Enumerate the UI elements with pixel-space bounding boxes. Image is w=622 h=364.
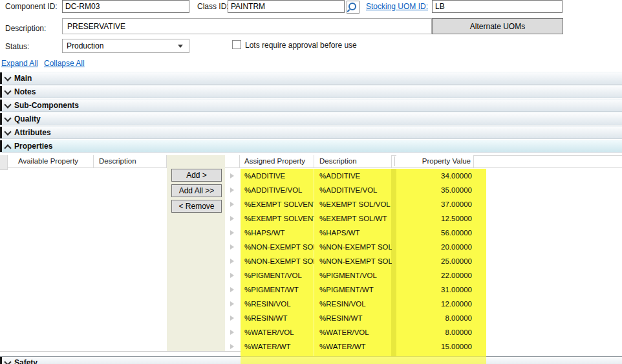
chevron-down-icon — [4, 128, 11, 135]
search-icon — [349, 3, 356, 10]
row-indicator-icon — [225, 187, 239, 193]
row-indicator-icon — [225, 244, 239, 250]
row-indicator-icon — [225, 230, 239, 235]
assigned-row[interactable]: %WATER/VOL %WATER/VOL 8.00000 — [225, 325, 486, 339]
status-label: Status: — [5, 42, 29, 51]
row-indicator-icon — [225, 273, 239, 278]
class-id-search-button[interactable] — [347, 1, 359, 14]
section-properties[interactable]: Properties — [0, 140, 622, 153]
assigned-property-header[interactable]: Assigned Property — [239, 155, 314, 167]
row-indicator-icon — [225, 216, 239, 221]
expand-all-link[interactable]: Expand All — [1, 59, 38, 68]
chevron-down-icon — [178, 45, 183, 48]
section-sub-components[interactable]: Sub-Components — [0, 99, 622, 112]
chevron-down-icon — [4, 87, 11, 94]
assigned-row[interactable]: %EXEMPT SOLVENT/ %EXEMPT SOL/WT 12.50000 — [225, 211, 486, 226]
chevron-down-icon — [4, 74, 11, 81]
property-value-header[interactable]: Property Value — [396, 155, 474, 167]
description-label: Description: — [5, 24, 46, 33]
row-indicator-icon — [225, 259, 239, 264]
assigned-row[interactable]: %RESIN/WT %RESIN/WT 8.00000 — [225, 311, 486, 325]
class-id-label: Class ID: — [197, 2, 229, 11]
class-id-input[interactable] — [228, 0, 345, 13]
column-splitter[interactable] — [394, 156, 395, 166]
assigned-row[interactable]: %NON-EXEMPT SOLV %NON-EXEMPT SOLV 20.000… — [225, 240, 486, 254]
section-main[interactable]: Main — [0, 72, 622, 85]
grid-header-border — [0, 167, 622, 168]
lots-approval-checkbox[interactable] — [232, 40, 241, 49]
assigned-row[interactable]: %HAPS/WT %HAPS/WT 56.00000 — [225, 226, 486, 240]
available-grid-corner — [0, 155, 8, 170]
stocking-uom-input[interactable] — [432, 0, 563, 13]
collapse-all-link[interactable]: Collapse All — [44, 59, 85, 68]
item-master-properties-screen: Component ID: Class ID: Stocking UOM ID:… — [0, 0, 622, 364]
assigned-row[interactable]: %PIGMENT/WT %PIGMENT/WT 31.00000 — [225, 283, 486, 297]
available-property-header[interactable]: Available Property — [8, 155, 94, 167]
assigned-row[interactable]: %NON-EXEMPT SOLV %NON-EXEMPT SOLV 25.000… — [225, 254, 486, 268]
component-id-label: Component ID: — [5, 2, 58, 11]
status-dropdown[interactable]: Production — [62, 39, 189, 53]
grid-bottom-border — [0, 351, 241, 352]
section-notes[interactable]: Notes — [0, 85, 622, 98]
chevron-down-icon — [4, 114, 11, 122]
row-indicator-icon — [225, 287, 239, 292]
assigned-row[interactable]: %ADDITIVE/VOL %ADDITIVE/VOL 35.00000 — [225, 183, 486, 197]
row-indicator-icon — [225, 330, 239, 335]
row-indicator-icon — [225, 316, 239, 321]
row-indicator-icon — [225, 202, 239, 207]
assigned-row[interactable]: %WATER/WT %WATER/WT 15.00000 — [225, 339, 486, 354]
available-description-header[interactable]: Description — [94, 155, 167, 167]
add-button[interactable]: Add > — [171, 169, 222, 182]
chevron-down-icon — [4, 101, 11, 108]
highlight-overflow — [241, 356, 486, 364]
assigned-row[interactable]: %RESIN/VOL %RESIN/VOL 12.00000 — [225, 297, 486, 311]
assigned-grid-indicator-header — [225, 155, 239, 167]
stocking-uom-link[interactable]: Stocking UOM ID: — [366, 2, 428, 11]
assigned-description-header[interactable]: Description — [314, 155, 392, 167]
component-id-input[interactable] — [62, 0, 189, 13]
lots-approval-label: Lots require approval before use — [245, 41, 357, 50]
row-indicator-icon — [225, 344, 239, 349]
assigned-row[interactable]: %ADDITIVE %ADDITIVE 34.00000 — [225, 169, 486, 183]
row-indicator-icon — [225, 173, 239, 178]
assigned-grid-body: %ADDITIVE %ADDITIVE 34.00000 %ADDITIVE/V… — [225, 169, 486, 354]
remove-button[interactable]: < Remove — [171, 200, 222, 213]
chevron-down-icon — [4, 358, 11, 364]
status-value: Production — [67, 41, 103, 50]
section-attributes[interactable]: Attributes — [0, 126, 622, 139]
section-quality[interactable]: Quality — [0, 112, 622, 125]
alternate-uoms-button[interactable]: Alternate UOMs — [432, 18, 563, 34]
row-indicator-icon — [225, 301, 239, 306]
add-all-button[interactable]: Add All >> — [171, 184, 222, 197]
assigned-row[interactable]: %EXEMPT SOLVENT/ %EXEMPT SOL/VOL 37.0000… — [225, 197, 486, 211]
description-input[interactable] — [62, 18, 432, 34]
chevron-up-icon — [4, 144, 11, 151]
assigned-row[interactable]: %PIGMENT/VOL %PIGMENT/VOL 22.00000 — [225, 268, 486, 283]
